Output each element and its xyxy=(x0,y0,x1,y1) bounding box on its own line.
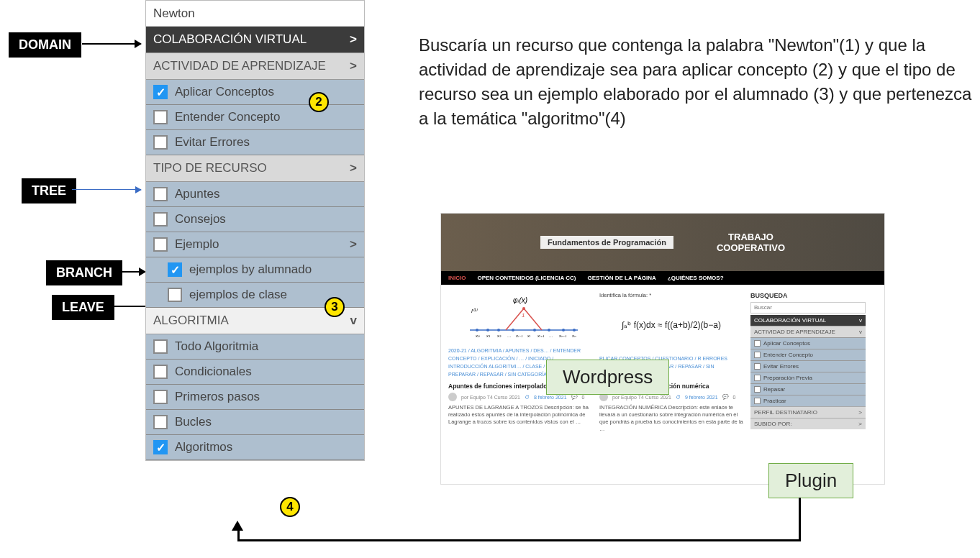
avatar-icon xyxy=(448,393,457,401)
card2-formula: ∫ₐᵇ f(x)dx ≈ f((a+b)/2)(b−a) xyxy=(599,300,743,350)
marker-3: 3 xyxy=(325,297,345,317)
site-banner: Fundamentos de Programación TRABAJO COOP… xyxy=(441,214,884,271)
svg-text:xᵢ: xᵢ xyxy=(527,334,531,338)
svg-text:xₙ₋₁: xₙ₋₁ xyxy=(558,334,567,338)
item-aplicar-conceptos[interactable]: Aplicar Conceptos xyxy=(146,80,364,105)
checkbox-icon[interactable] xyxy=(754,398,761,404)
arrow-tree xyxy=(72,189,141,190)
item-apuntes[interactable]: Apuntes xyxy=(146,182,364,207)
svg-text:xₙ: xₙ xyxy=(571,334,576,338)
svg-point-8 xyxy=(522,307,525,310)
item-entender-concepto[interactable]: Entender Concepto xyxy=(146,105,364,130)
svg-text:…: … xyxy=(507,334,512,338)
connector-arrow xyxy=(237,529,240,541)
checkbox-checked-icon[interactable] xyxy=(168,262,182,277)
sm-label: Entender Concepto xyxy=(763,352,813,358)
header-tipo[interactable]: TIPO DE RECURSO > xyxy=(146,155,364,182)
item-condicionales[interactable]: Condicionales xyxy=(146,360,364,385)
header-actividad-label: ACTIVIDAD DE APRENDIZAJE xyxy=(153,59,326,73)
svg-text:x₁: x₁ xyxy=(486,334,491,338)
checkbox-icon[interactable] xyxy=(754,386,761,393)
sm-h1-label: COLABORACIÓN VIRTUAL xyxy=(754,317,826,324)
checkbox-icon[interactable] xyxy=(153,415,168,429)
description-text: Buscaría un recurso que contenga la pala… xyxy=(419,33,973,131)
svg-point-9 xyxy=(533,329,536,331)
item-label: ejemplos de clase xyxy=(189,288,287,302)
sm-header-colab[interactable]: COLABORACIÓN VIRTUALv xyxy=(750,315,866,326)
item-label: Algoritmos xyxy=(175,440,232,454)
connector-arrow xyxy=(237,539,801,541)
wordpress-label: Wordpress xyxy=(546,360,669,395)
item-ejemplo[interactable]: Ejemplo> xyxy=(146,232,364,257)
nav-quienes[interactable]: ¿QUIÉNES SOMOS? xyxy=(668,275,724,281)
nav-inicio[interactable]: INICIO xyxy=(448,275,466,281)
card1-comments: 0 xyxy=(582,395,585,400)
chevron-right-icon: > xyxy=(350,237,357,252)
checkbox-icon[interactable] xyxy=(153,212,168,227)
header-colab[interactable]: COLABORACIÓN VIRTUAL > xyxy=(146,27,364,53)
checkbox-icon[interactable] xyxy=(754,375,761,381)
card2-hint: Identifica la fórmula: * xyxy=(599,292,743,298)
checkbox-icon[interactable] xyxy=(153,390,168,404)
arrow-up-icon xyxy=(232,521,243,531)
item-label: Apuntes xyxy=(175,187,219,201)
checkbox-icon[interactable] xyxy=(754,340,761,347)
header-actividad[interactable]: ACTIVIDAD DE APRENDIZAJE > xyxy=(146,53,364,80)
site-sidebar: BUSQUEDA Buscar COLABORACIÓN VIRTUALv AC… xyxy=(750,292,866,433)
checkbox-icon[interactable] xyxy=(754,363,761,370)
svg-text:…: … xyxy=(549,334,553,338)
sm-label: Repasar xyxy=(763,386,785,393)
item-ejemplos-alumnado[interactable]: ejemplos by alumnado xyxy=(146,257,364,283)
sm-header-subido[interactable]: SUBIDO POR:> xyxy=(750,418,866,429)
svg-text:1: 1 xyxy=(522,312,525,319)
checkbox-icon[interactable] xyxy=(754,352,761,358)
item-label: Bucles xyxy=(175,415,212,429)
nav-open-contenidos[interactable]: OPEN CONTENIDOS (LICENCIA CC) xyxy=(477,275,576,281)
site-thumbnail: Fundamentos de Programación TRABAJO COOP… xyxy=(440,213,885,485)
item-algoritmos[interactable]: Algoritmos xyxy=(146,435,364,460)
sm-item-aplicar[interactable]: Aplicar Conceptos xyxy=(750,337,866,349)
svg-point-6 xyxy=(497,329,500,331)
arrow-branch xyxy=(115,271,145,273)
item-label: Condicionales xyxy=(175,365,252,379)
item-todo-algoritmia[interactable]: Todo Algoritmia xyxy=(146,334,364,360)
search-input[interactable] xyxy=(146,1,364,27)
sm-item-repasar[interactable]: Repasar xyxy=(750,383,866,395)
sm-h4-label: SUBIDO POR: xyxy=(754,421,791,427)
chevron-right-icon: > xyxy=(350,161,357,175)
sm-header-perfil[interactable]: PERFIL DESTINATARIO> xyxy=(750,406,866,418)
sm-item-evitar[interactable]: Evitar Errores xyxy=(750,360,866,372)
item-evitar-errores[interactable]: Evitar Errores xyxy=(146,130,364,155)
svg-text:x₀: x₀ xyxy=(475,334,480,338)
checkbox-icon[interactable] xyxy=(153,110,168,124)
checkbox-icon[interactable] xyxy=(168,288,182,302)
checkbox-icon[interactable] xyxy=(153,187,168,201)
checkbox-checked-icon[interactable] xyxy=(153,440,168,454)
nav-gestion[interactable]: GESTIÓN DE LA PÁGINA xyxy=(588,275,656,281)
checkbox-icon[interactable] xyxy=(153,135,168,150)
domain-label: DOMAIN xyxy=(9,32,81,58)
sm-item-practicar[interactable]: Practicar xyxy=(750,395,866,406)
sm-label: Evitar Errores xyxy=(763,363,799,370)
connector-arrow xyxy=(799,498,801,541)
item-consejos[interactable]: Consejos xyxy=(146,207,364,232)
sm-header-actividad[interactable]: ACTIVIDAD DE APRENDIZAJEv xyxy=(750,326,866,337)
checkbox-icon[interactable] xyxy=(153,365,168,379)
item-label: Ejemplo xyxy=(175,237,219,252)
item-primeros-pasos[interactable]: Primeros pasos xyxy=(146,385,364,410)
card2-comments: 0 xyxy=(733,395,736,400)
item-label: Primeros pasos xyxy=(175,390,260,404)
marker-2: 2 xyxy=(309,92,329,112)
checkbox-icon[interactable] xyxy=(153,237,168,252)
sm-item-preparacion[interactable]: Preparación Previa xyxy=(750,372,866,383)
sidebar-search-input[interactable]: Buscar xyxy=(750,302,866,314)
phi-plot-icon: φᵢ(x) l⁽¹⁾ 1 x₀x₁x₂ …xᵢ₋₁xᵢ xᵢ₊₁…xₙ₋₁xₙ xyxy=(455,296,585,339)
checkbox-icon[interactable] xyxy=(153,339,168,354)
card1-author: por Equipo T4 Curso 2021 xyxy=(461,395,520,400)
sidebar-title: BUSQUEDA xyxy=(750,292,866,299)
item-bucles[interactable]: Bucles xyxy=(146,410,364,435)
checkbox-checked-icon[interactable] xyxy=(153,85,168,99)
item-label: Aplicar Conceptos xyxy=(175,85,274,99)
sm-item-entender[interactable]: Entender Concepto xyxy=(750,349,866,360)
svg-point-12 xyxy=(573,329,576,331)
